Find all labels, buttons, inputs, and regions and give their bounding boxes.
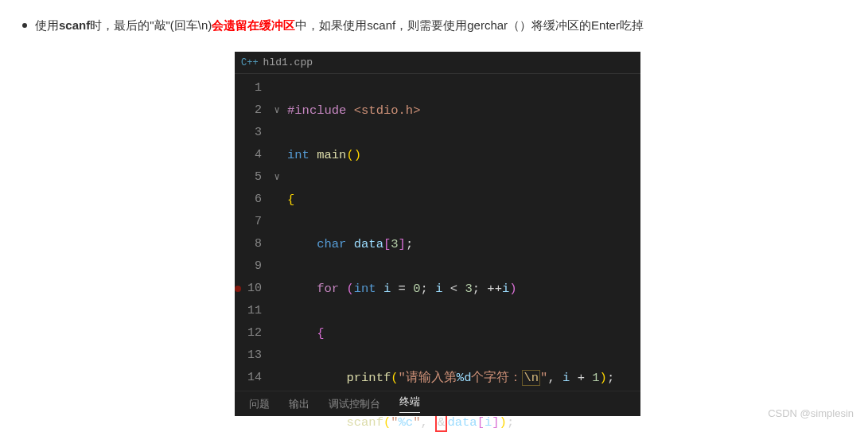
note-highlight: 会遗留在缓冲区 <box>212 18 295 32</box>
bullet-icon <box>22 23 27 28</box>
note-text: 使用scanf时，最后的"敲"(回车\n)会遗留在缓冲区中，如果使用scanf，… <box>0 0 868 35</box>
editor-tab[interactable]: C++ hld1.cpp <box>235 52 640 74</box>
fold-icon: ∨ <box>270 99 284 122</box>
tab-problems[interactable]: 问题 <box>249 397 270 411</box>
tab-output[interactable]: 输出 <box>289 397 309 411</box>
code-editor: C++ hld1.cpp 1234567891011121314 ∨∨ #inc… <box>235 52 640 416</box>
panel-tabs: 问题 输出 调试控制台 终端 <box>235 391 640 416</box>
fold-icon: ∨ <box>270 166 284 189</box>
note-part-5: 中，如果使用scanf，则需要使用gerchar（）将缓冲区的Enter吃掉 <box>295 18 644 32</box>
fold-column[interactable]: ∨∨ <box>270 74 284 432</box>
note-part-3: 时，最后的"敲"(回车\n) <box>90 18 212 32</box>
note-part-1: 使用 <box>35 18 59 32</box>
line-numbers: 1234567891011121314 <box>235 74 270 432</box>
tab-filename: hld1.cpp <box>263 56 313 68</box>
note-scanf: scanf <box>59 18 90 32</box>
breakpoint-indicator[interactable] <box>235 286 241 292</box>
watermark: CSDN @simplesin <box>768 407 854 419</box>
code-content[interactable]: #include <stdio.h> int main() { char dat… <box>284 74 614 432</box>
cpp-icon: C++ <box>241 57 259 68</box>
tab-debug-console[interactable]: 调试控制台 <box>329 397 380 411</box>
tab-terminal[interactable]: 终端 <box>399 395 420 413</box>
